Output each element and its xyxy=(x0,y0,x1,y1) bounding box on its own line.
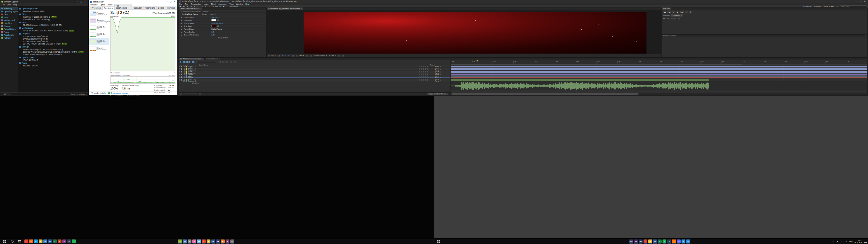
switch-icon[interactable] xyxy=(423,76,424,77)
taskbar-icon-onenote[interactable]: N xyxy=(225,240,229,243)
property-end-color[interactable]: ▶End Color xyxy=(179,24,266,27)
timeline-search-input[interactable] xyxy=(196,61,217,63)
switch-icon[interactable] xyxy=(423,66,424,67)
grid-guides-icon[interactable] xyxy=(278,55,280,57)
open-resource-monitor-link[interactable]: Broncontrole openen xyxy=(108,92,128,94)
task-manager-titlebar[interactable]: Taakbeheer ─ ▢ ✕ xyxy=(89,0,177,3)
audio-icon[interactable] xyxy=(181,81,182,81)
ae-menu-file[interactable]: File xyxy=(179,3,182,5)
close-tab-icon[interactable]: × xyxy=(219,58,219,60)
zoom-out-mountain-icon[interactable] xyxy=(180,93,182,95)
speccy-menu-file[interactable]: File xyxy=(2,4,5,6)
close-tab-icon[interactable]: × xyxy=(301,8,302,9)
cloud-icon[interactable]: ☁ xyxy=(836,240,839,242)
taskbar-icon-snipping-tool[interactable]: ✂ xyxy=(188,240,191,243)
switch-icon[interactable] xyxy=(427,69,428,70)
layer-label-chip[interactable] xyxy=(186,77,187,79)
composition-mini-flowchart-icon[interactable] xyxy=(219,61,221,63)
minimize-button[interactable]: ─ xyxy=(856,0,860,3)
parent-dropdown[interactable]: None▼ xyxy=(435,69,450,71)
switch-icon[interactable] xyxy=(418,71,420,72)
switch-icon[interactable] xyxy=(427,74,428,75)
step-back-button[interactable]: ◀ xyxy=(668,11,671,13)
parent-dropdown[interactable]: None▼ xyxy=(435,74,450,75)
work-area-bar[interactable] xyxy=(451,64,867,66)
ae-menu-composition[interactable]: Composition xyxy=(191,3,201,5)
switch-icon[interactable] xyxy=(427,71,428,72)
layer-row-shape-l-3[interactable]: 3Shape L...3None▼ xyxy=(179,69,451,71)
twirl-right-icon[interactable]: ▶ xyxy=(181,22,183,24)
speccy-menu-help[interactable]: Help xyxy=(13,4,17,6)
twirl-right-icon[interactable]: ▶ xyxy=(181,31,183,33)
switch-icon[interactable] xyxy=(421,72,422,73)
layer-label-chip[interactable] xyxy=(186,66,187,67)
tab-gebruikers[interactable]: Gebruikers xyxy=(144,6,156,9)
layer-duration-bar[interactable] xyxy=(451,67,867,69)
twirl-down-icon[interactable]: ▼ xyxy=(180,13,181,15)
search-button[interactable] xyxy=(8,239,16,244)
eye-icon[interactable] xyxy=(180,77,180,78)
color-swatch[interactable] xyxy=(211,19,216,21)
switch-icon[interactable] xyxy=(425,72,426,73)
waveform-property-label[interactable]: Waveform xyxy=(179,82,451,84)
panel-menu-icon[interactable]: ≡ xyxy=(658,8,661,10)
layer-name[interactable]: Shape L...5 xyxy=(188,66,215,67)
reset-effect-link[interactable]: Reset xyxy=(202,13,207,16)
taskbar-icon-chrome[interactable]: C xyxy=(24,240,28,243)
sidebar-item-graphics[interactable]: Graphics xyxy=(0,22,18,25)
include-audio-icon[interactable] xyxy=(674,18,676,20)
audio-icon[interactable] xyxy=(181,69,182,70)
taskbar-icon-edge[interactable]: e xyxy=(34,240,38,243)
progress-panel-tab[interactable]: Progress Panel xyxy=(662,35,677,37)
toggle-switches-modes-button[interactable]: Toggle Switches / Modes xyxy=(427,93,447,95)
eye-icon[interactable] xyxy=(180,74,180,75)
go-to-start-button[interactable]: ◀◀ xyxy=(663,11,666,13)
sidebar-item-optical-drives[interactable]: Optical Drives xyxy=(0,28,18,30)
layer-label-chip[interactable] xyxy=(186,69,187,70)
property-ramp-shape[interactable]: ▶Ramp ShapeRadial Ramp ▼ xyxy=(179,27,266,30)
taskbar-icon-steam[interactable]: S xyxy=(667,240,671,243)
layer-row-shape-l-2[interactable]: 4Shape L...2None▼ xyxy=(179,71,451,72)
switch-icon[interactable] xyxy=(418,69,420,70)
taskbar-icon-mail[interactable]: ✉ xyxy=(43,240,47,243)
eye-icon[interactable] xyxy=(180,68,180,69)
frame-blending-icon[interactable] xyxy=(230,61,232,63)
layer-name[interactable]: Shape L...2 xyxy=(188,71,215,72)
switch-icon[interactable] xyxy=(425,77,426,78)
switch-icon[interactable] xyxy=(427,77,428,78)
action-center-icon[interactable] xyxy=(864,240,867,243)
twirl-right-icon[interactable]: ▶ xyxy=(181,25,183,27)
sidebar-item-storage[interactable]: Storage xyxy=(0,25,18,28)
start-button[interactable] xyxy=(0,239,8,244)
property-swap-colors[interactable]: Swap Colors xyxy=(179,36,266,39)
layer-duration-bar[interactable] xyxy=(451,74,867,75)
fast-previews-icon[interactable] xyxy=(342,55,344,57)
property-value[interactable]: 1555,0 2180,0 xyxy=(211,22,223,24)
pixel-aspect-icon[interactable] xyxy=(338,55,340,57)
audio-icon[interactable] xyxy=(181,71,182,72)
fewer-details-button[interactable]: ⌃ Minder details xyxy=(91,92,105,94)
property-start-color[interactable]: ▶Start Color xyxy=(179,19,266,22)
current-time-indicator[interactable] xyxy=(477,60,477,92)
motion-blur-icon[interactable] xyxy=(234,61,236,63)
speccy-menu-view[interactable]: View xyxy=(7,4,11,6)
switch-icon[interactable] xyxy=(421,66,422,67)
layer-duration-bar[interactable] xyxy=(451,80,709,81)
taskbar-icon-word[interactable]: W xyxy=(653,240,657,243)
taskbar-icon-paint[interactable]: P xyxy=(192,240,196,243)
preview-tab[interactable]: Preview xyxy=(662,7,671,10)
switch-icon[interactable] xyxy=(418,66,420,67)
taskbar-icon-onenote[interactable]: N xyxy=(62,240,66,243)
taskbar-icon-mail[interactable]: ✉ xyxy=(686,240,690,243)
switch-icon[interactable] xyxy=(425,79,426,80)
layer-name[interactable]: Shape L...4 xyxy=(188,67,215,69)
parent-dropdown[interactable]: None▼ xyxy=(435,79,450,80)
taskmgr-menu-opties[interactable]: Opties xyxy=(100,4,105,6)
show-channel-icon[interactable] xyxy=(296,55,298,57)
language-indicator[interactable]: NLD xyxy=(849,240,852,242)
layer-label-chip[interactable] xyxy=(186,74,187,75)
taskbar-icon-file-explorer[interactable]: ▣ xyxy=(39,240,42,243)
panel-menu-icon[interactable]: ≡ xyxy=(263,8,266,10)
taskbar-icon-photoshop[interactable]: Ps xyxy=(639,240,643,243)
switch-icon[interactable] xyxy=(421,79,422,80)
